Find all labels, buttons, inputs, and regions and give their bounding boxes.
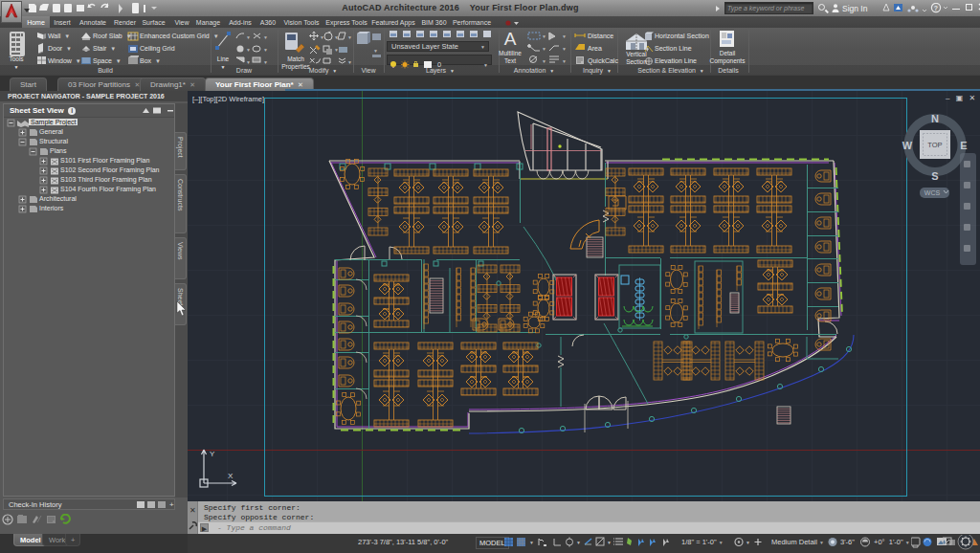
- svg-text:X: X: [228, 472, 234, 480]
- svg-text:▼: ▼: [263, 47, 268, 53]
- svg-text:▼: ▼: [542, 58, 546, 64]
- svg-text:▼: ▼: [542, 46, 546, 52]
- svg-text:▼: ▼: [334, 34, 339, 40]
- svg-text:▼: ▼: [320, 34, 324, 40]
- svg-text:▼: ▼: [263, 34, 268, 40]
- svg-text:W: W: [902, 140, 913, 151]
- svg-text:S: S: [931, 170, 938, 182]
- svg-text:▼: ▼: [576, 540, 581, 545]
- svg-text:▼: ▼: [562, 58, 567, 64]
- svg-text:Y: Y: [210, 450, 215, 458]
- svg-text:▼: ▼: [562, 33, 567, 39]
- svg-text:+: +: [169, 500, 174, 509]
- svg-text:▼: ▼: [373, 48, 378, 54]
- svg-text:▼: ▼: [529, 540, 534, 545]
- svg-text:▼: ▼: [347, 34, 352, 40]
- svg-text:▼: ▼: [334, 47, 339, 53]
- svg-text:▼: ▼: [542, 33, 546, 39]
- svg-text:WCS: WCS: [924, 189, 941, 196]
- svg-text:▼: ▼: [246, 47, 251, 53]
- svg-text:▼: ▼: [562, 46, 567, 52]
- svg-text:TOP: TOP: [927, 141, 942, 149]
- svg-text:E: E: [960, 140, 967, 151]
- svg-text:?: ?: [934, 5, 938, 11]
- svg-text:▼: ▼: [246, 34, 251, 40]
- svg-text:▼: ▼: [483, 62, 488, 68]
- svg-text:▼: ▼: [746, 540, 750, 545]
- svg-text:N: N: [931, 113, 939, 124]
- svg-text:▼: ▼: [607, 540, 612, 545]
